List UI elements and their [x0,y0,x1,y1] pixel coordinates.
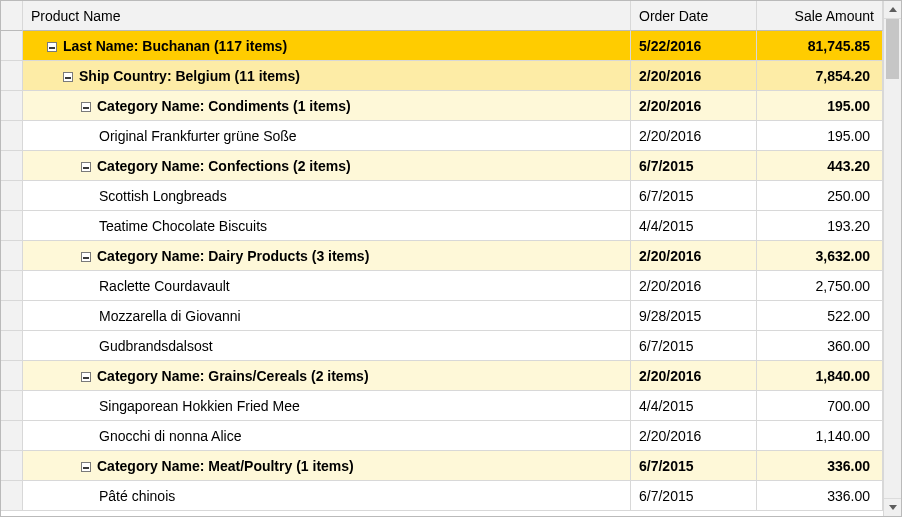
data-row[interactable]: Original Frankfurter grüne Soße2/20/2016… [1,121,883,151]
order-date-cell: 4/4/2015 [631,211,757,241]
sale-amount-cell: 81,745.85 [757,31,883,61]
data-grid: Product Name Order Date Sale Amount Last… [0,0,902,517]
product-name-cell: Gudbrandsdalsost [23,331,631,361]
sale-amount-cell: 250.00 [757,181,883,211]
group-row[interactable]: Category Name: Grains/Cereals (2 items)2… [1,361,883,391]
sale-amount-cell: 7,854.20 [757,61,883,91]
row-indicator [1,271,23,301]
product-name-cell: Raclette Courdavault [23,271,631,301]
scroll-down-button[interactable] [884,498,901,516]
order-date-cell: 2/20/2016 [631,421,757,451]
group-label-cell: Category Name: Meat/Poultry (1 items) [23,451,631,481]
collapse-icon[interactable] [81,462,91,472]
order-date-cell: 6/7/2015 [631,181,757,211]
data-row[interactable]: Scottish Longbreads6/7/2015250.00 [1,181,883,211]
group-label: Category Name: Dairy Products (3 items) [97,248,369,264]
row-indicator [1,301,23,331]
scrollbar-thumb[interactable] [886,19,899,79]
sale-amount-cell: 195.00 [757,91,883,121]
row-indicator [1,421,23,451]
order-date-cell: 9/28/2015 [631,301,757,331]
group-label: Category Name: Confections (2 items) [97,158,351,174]
data-row[interactable]: Pâté chinois6/7/2015336.00 [1,481,883,511]
product-name: Mozzarella di Giovanni [99,308,241,324]
collapse-icon[interactable] [63,72,73,82]
group-row[interactable]: Ship Country: Belgium (11 items)2/20/201… [1,61,883,91]
chevron-down-icon [889,505,897,510]
order-date-cell: 5/22/2016 [631,31,757,61]
product-name: Teatime Chocolate Biscuits [99,218,267,234]
data-row[interactable]: Gnocchi di nonna Alice2/20/20161,140.00 [1,421,883,451]
order-date-cell: 2/20/2016 [631,271,757,301]
col-header-sale-amount[interactable]: Sale Amount [757,1,883,31]
group-label-cell: Category Name: Dairy Products (3 items) [23,241,631,271]
order-date-cell: 6/7/2015 [631,331,757,361]
vertical-scrollbar[interactable] [883,1,901,516]
group-row[interactable]: Category Name: Confections (2 items)6/7/… [1,151,883,181]
product-name: Original Frankfurter grüne Soße [99,128,297,144]
product-name-cell: Original Frankfurter grüne Soße [23,121,631,151]
data-row[interactable]: Mozzarella di Giovanni9/28/2015522.00 [1,301,883,331]
sale-amount-cell: 1,840.00 [757,361,883,391]
scrollbar-track[interactable] [884,19,901,498]
group-row[interactable]: Category Name: Meat/Poultry (1 items)6/7… [1,451,883,481]
row-indicator [1,91,23,121]
sale-amount-cell: 522.00 [757,301,883,331]
order-date-cell: 2/20/2016 [631,361,757,391]
collapse-icon[interactable] [47,42,57,52]
grid-table: Product Name Order Date Sale Amount Last… [1,1,883,511]
collapse-icon[interactable] [81,162,91,172]
row-indicator [1,61,23,91]
sale-amount-cell: 360.00 [757,331,883,361]
group-label: Category Name: Grains/Cereals (2 items) [97,368,369,384]
product-name-cell: Mozzarella di Giovanni [23,301,631,331]
product-name: Gnocchi di nonna Alice [99,428,241,444]
indicator-header [1,1,23,31]
product-name-cell: Teatime Chocolate Biscuits [23,211,631,241]
scroll-up-button[interactable] [884,1,901,19]
data-row[interactable]: Teatime Chocolate Biscuits4/4/2015193.20 [1,211,883,241]
grid-content: Product Name Order Date Sale Amount Last… [1,1,883,516]
order-date-cell: 6/7/2015 [631,151,757,181]
sale-amount-cell: 3,632.00 [757,241,883,271]
group-label: Category Name: Meat/Poultry (1 items) [97,458,354,474]
group-row[interactable]: Last Name: Buchanan (117 items)5/22/2016… [1,31,883,61]
header-row: Product Name Order Date Sale Amount [1,1,883,31]
sale-amount-cell: 443.20 [757,151,883,181]
sale-amount-cell: 2,750.00 [757,271,883,301]
sale-amount-cell: 336.00 [757,451,883,481]
row-indicator [1,151,23,181]
product-name-cell: Gnocchi di nonna Alice [23,421,631,451]
product-name: Singaporean Hokkien Fried Mee [99,398,300,414]
product-name: Scottish Longbreads [99,188,227,204]
group-label: Category Name: Condiments (1 items) [97,98,351,114]
order-date-cell: 2/20/2016 [631,91,757,121]
order-date-cell: 4/4/2015 [631,391,757,421]
collapse-icon[interactable] [81,372,91,382]
order-date-cell: 2/20/2016 [631,241,757,271]
group-row[interactable]: Category Name: Dairy Products (3 items)2… [1,241,883,271]
group-label-cell: Ship Country: Belgium (11 items) [23,61,631,91]
data-row[interactable]: Singaporean Hokkien Fried Mee4/4/2015700… [1,391,883,421]
product-name-cell: Pâté chinois [23,481,631,511]
data-row[interactable]: Raclette Courdavault2/20/20162,750.00 [1,271,883,301]
order-date-cell: 2/20/2016 [631,61,757,91]
group-label-cell: Category Name: Condiments (1 items) [23,91,631,121]
collapse-icon[interactable] [81,102,91,112]
col-header-product-name[interactable]: Product Name [23,1,631,31]
group-label-cell: Category Name: Grains/Cereals (2 items) [23,361,631,391]
col-header-order-date[interactable]: Order Date [631,1,757,31]
row-indicator [1,31,23,61]
sale-amount-cell: 700.00 [757,391,883,421]
product-name: Raclette Courdavault [99,278,230,294]
group-label-cell: Last Name: Buchanan (117 items) [23,31,631,61]
collapse-icon[interactable] [81,252,91,262]
group-row[interactable]: Category Name: Condiments (1 items)2/20/… [1,91,883,121]
row-indicator [1,481,23,511]
order-date-cell: 6/7/2015 [631,481,757,511]
group-label-cell: Category Name: Confections (2 items) [23,151,631,181]
sale-amount-cell: 195.00 [757,121,883,151]
product-name-cell: Scottish Longbreads [23,181,631,211]
chevron-up-icon [889,7,897,12]
data-row[interactable]: Gudbrandsdalsost6/7/2015360.00 [1,331,883,361]
